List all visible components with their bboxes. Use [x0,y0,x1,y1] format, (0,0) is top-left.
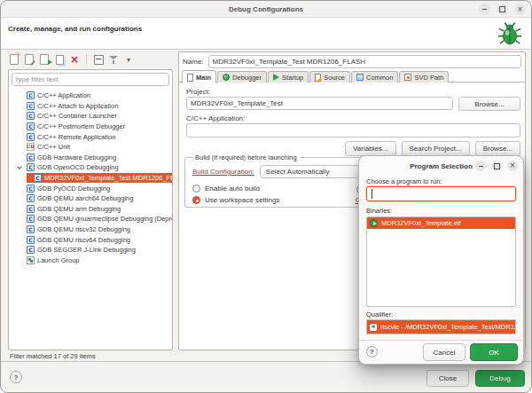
dialog-minimize-button[interactable] [475,161,486,171]
project-label: Project: [186,88,210,96]
dialog-close-button[interactable] [507,161,518,171]
enable-auto-build-radio[interactable]: Enable auto build [192,185,260,193]
tree-item[interactable]: CGDB OpenOCD Debugging [9,162,172,173]
program-filter-input[interactable] [366,186,516,201]
launch-config-icon: C [27,194,35,202]
qualifier-label: Qualifier: [366,310,393,318]
help-button[interactable] [10,371,22,383]
launch-config-icon: C [27,112,35,120]
launch-group-icon [27,256,35,264]
launch-config-icon: C [27,91,35,99]
filter-launch-configurations-icon[interactable] [107,53,120,66]
program-selection-dialog: Program Selection Choose a program to ru… [358,155,524,365]
application-input[interactable] [186,123,520,138]
radio-off-icon [192,185,200,193]
tree-item[interactable]: CGDB QEMU riscv64 Debugging [9,234,172,245]
tree-item[interactable]: CGDB QEMU aarch64 Debugging [9,193,172,204]
tree-item[interactable]: CGDB QEMU arm Debugging [9,204,172,215]
tree-item[interactable]: CC/C++ Container Launcher [9,111,172,122]
name-input[interactable] [208,55,521,68]
tree-item[interactable]: CGDB QEMU riscv32 Debugging [9,224,172,235]
cpp-unit-icon: CU [27,143,35,151]
qualifier-item[interactable]: riscvle - /MDR32VF0xI_Template_Test/MDR1… [367,320,515,334]
qualifier-list[interactable]: riscvle - /MDR32VF0xI_Template_Test/MDR1… [366,319,516,334]
binary-label: MDR32VF0xI_Template.elf [381,219,461,227]
banner-title: Create, manage, and run configurations [8,25,142,33]
close-button[interactable] [514,4,526,15]
project-row: Browse... [186,97,520,111]
dialog-help-button[interactable] [366,346,378,358]
program-selection-titlebar[interactable]: Program Selection [359,156,523,176]
new-launch-configuration-icon[interactable] [8,53,20,66]
browse-button[interactable]: Browse... [475,141,520,156]
startup-tab-icon [273,74,279,81]
radio-on-icon [192,196,200,204]
launch-config-icon: C [27,102,35,110]
application-action-buttons: Variables...Search Project...Browse... [345,141,520,156]
main-tab-icon [187,74,193,82]
use-workspace-settings-radio[interactable]: Use workspace settings [192,196,279,204]
ok-button[interactable]: OK [470,343,518,361]
tab-common[interactable]: Common [351,71,398,83]
debug-button[interactable]: Debug [475,370,525,387]
new-launch-configuration-prototype-icon[interactable] [23,53,35,66]
minimize-button[interactable] [479,4,490,15]
tab-main[interactable]: Main [182,70,216,83]
tree-item[interactable]: CC/C++ Application [9,90,172,101]
tree-item-label: GDB Hardware Debugging [37,153,116,161]
menu-chevron-icon[interactable] [122,53,135,66]
qualifier-label-text: riscvle - /MDR32VF0xI_Template_Test/MDR1… [380,323,515,331]
tree-item-label: GDB SEGGER J-Link Debugging [37,246,136,254]
tree-item[interactable]: CC/C++ Attach to Application [9,101,172,112]
filter-input[interactable] [12,73,169,86]
application-label: C/C++ Application: [186,114,245,122]
launch-config-icon: C [27,246,35,254]
duplicate-launch-configuration-icon[interactable] [53,53,66,66]
tab-startup[interactable]: Startup [268,71,309,83]
build-configuration-link[interactable]: Build Configuration: [192,168,254,176]
build-configuration-value: Select Automatically [266,168,330,176]
binaries-list[interactable]: MDR32VF0xI_Template.elf [366,216,516,307]
dialog-footer-buttons: Cancel OK [423,343,518,361]
delete-launch-configuration-icon[interactable] [68,53,81,66]
tree-item[interactable]: CGDB SEGGER J-Link Debugging [9,245,172,255]
project-browse-button[interactable]: Browse... [458,97,520,111]
tree-item[interactable]: CGDB PyOCD Debugging [9,183,172,193]
tree-item[interactable]: CC/C++ Postmortem Debugger [9,122,172,132]
maximize-button[interactable] [497,4,508,15]
radio-label: Enable auto build [205,185,260,193]
tab-label: Source [324,74,345,82]
tree-item[interactable]: CGDB QEMU gnuarmeclipse Debugging (Depre… [9,214,172,224]
tree-item[interactable]: CUC/C++ Unit [9,142,172,153]
project-input[interactable] [186,97,453,110]
window-titlebar[interactable]: Debug Configurations [1,1,531,18]
text-caret [372,189,372,199]
tab-debugger[interactable]: Debugger [217,71,267,83]
filter-status: Filter matched 17 of 29 items [10,352,96,360]
common-tab-icon [356,74,364,81]
source-tab-icon [315,74,321,82]
tree-item-label: GDB QEMU riscv64 Debugging [37,236,130,244]
tab-svd-path[interactable]: SVD Path [399,71,449,83]
tree-item[interactable]: CGDB Hardware Debugging [9,153,172,163]
collapse-all-icon[interactable] [92,53,105,66]
launch-config-icon: C [27,225,35,233]
debug-bug-icon [497,20,523,47]
export-launch-configuration-icon[interactable] [38,53,51,66]
tree-item[interactable]: Launch Group [9,255,172,266]
cancel-button[interactable]: Cancel [423,343,466,361]
expander-chevron-icon[interactable] [17,164,22,169]
tab-source[interactable]: Source [309,71,350,83]
tab-label: Main [196,74,211,82]
search-project-button[interactable]: Search Project... [402,141,470,156]
close-button[interactable]: Close [426,370,469,387]
launch-config-icon: C [27,153,35,161]
dialog-maximize-button[interactable] [491,161,502,171]
binaries-label: Binaries: [366,207,392,215]
tree-item[interactable]: CC/C++ Remote Application [9,131,172,142]
variables-button[interactable]: Variables... [345,141,395,156]
tree-item-label: C/C++ Attach to Application [37,102,118,110]
svd-path-tab-icon [404,74,411,81]
binary-list-item[interactable]: MDR32VF0xI_Template.elf [367,217,515,229]
tree-item[interactable]: CMDR32VF0xI_Template_Test MDR1206_FLASH [27,173,172,184]
